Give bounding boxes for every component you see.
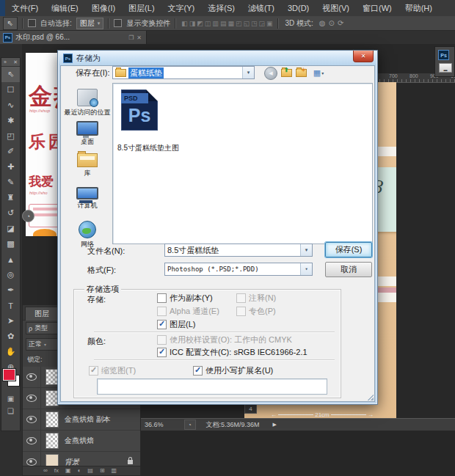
blur-tool[interactable]: ▲ — [1, 252, 20, 267]
proof-setup-checkbox: 使用校样设置(O): 工作中的 CMYK — [157, 334, 292, 345]
options-bar: ⇖ 自动选择: 图层 ▾ 显示变换控件 ◧◨◩◫▥▤▦◰◱◳◲▣ 3D 模式: … — [0, 16, 455, 31]
move-tool[interactable]: ⇖ — [1, 67, 20, 82]
path-selection-tool[interactable]: ➤ — [1, 313, 20, 329]
place-desktop[interactable]: 桌面 — [64, 121, 111, 145]
format-dropdown[interactable]: Photoshop (*.PSD;*.PDD) ▾ — [164, 263, 313, 276]
place-recent-places[interactable]: 最近访问的位置 — [64, 89, 111, 116]
menu-item[interactable]: 图像(I) — [85, 0, 122, 16]
hand-tool[interactable]: ✋ — [1, 344, 20, 359]
minimize-button[interactable]: ▬ — [439, 63, 452, 73]
place-computer[interactable]: 计算机 — [64, 187, 111, 209]
layer-effects-icon[interactable]: fx — [54, 466, 59, 475]
type-tool[interactable]: T — [1, 298, 20, 313]
auto-select-dropdown[interactable]: 图层 ▾ — [76, 18, 104, 29]
history-brush-tool[interactable]: ↺ — [1, 205, 20, 221]
visibility-toggle[interactable] — [23, 409, 41, 430]
gradient-tool[interactable]: ▩ — [1, 236, 20, 252]
crop-tool[interactable]: ◰ — [1, 128, 20, 144]
place-network[interactable]: 网络 — [64, 221, 111, 248]
file-name-label: 8.5寸蛋糕纸垫主图 — [112, 143, 185, 153]
place-label: 库 — [84, 169, 91, 177]
brush-tool[interactable]: ✎ — [1, 175, 20, 190]
collapse-panel-icon[interactable]: » — [4, 59, 7, 65]
chevron-down-icon[interactable]: ▾ — [300, 263, 312, 275]
move-tool-options-icon[interactable]: ⇖ — [3, 17, 18, 30]
menu-item[interactable]: 编辑(E) — [45, 0, 85, 16]
align-layers-icon: ◧ — [181, 20, 189, 27]
dodge-tool[interactable]: ◎ — [1, 267, 20, 282]
link-layers-icon[interactable]: ∞ — [43, 466, 48, 475]
eraser-tool[interactable]: ◪ — [1, 221, 20, 236]
layer-row[interactable]: 金燕烘焙 — [23, 431, 140, 452]
menu-item[interactable]: 图层(L) — [122, 0, 161, 16]
menu-item[interactable]: 文字(Y) — [161, 0, 202, 16]
visibility-toggle[interactable] — [23, 367, 41, 387]
adjustment-layer-icon[interactable]: ◐ — [78, 466, 81, 475]
show-transform-checkbox[interactable] — [114, 19, 122, 27]
layer-row[interactable]: 金燕烘焙 副本 — [23, 409, 140, 431]
delete-layer-icon[interactable]: ▥ — [112, 466, 117, 475]
close-button[interactable]: ✕ — [353, 51, 374, 62]
file-list[interactable]: PSD Ps 8.5寸蛋糕纸垫主图 — [112, 83, 373, 244]
chevron-down-icon[interactable]: ▾ — [242, 67, 254, 78]
menu-item[interactable]: 帮助(H) — [398, 0, 439, 16]
checkbox-box — [89, 366, 98, 376]
layers-panel-footer: ∞fx▣◐▤⊞▥ — [23, 466, 140, 475]
arrow-up-icon: ⬆ — [284, 67, 289, 73]
tab-layers[interactable]: 图层 — [25, 307, 59, 321]
zoom-level[interactable]: 36.6% — [145, 421, 164, 428]
filename-input[interactable]: 8.5寸蛋糕纸垫 ▾ — [164, 244, 313, 257]
cancel-button[interactable]: 取消 — [325, 262, 372, 277]
menu-item[interactable]: 滤镜(T) — [241, 0, 281, 16]
pen-tool[interactable]: ✒ — [1, 282, 20, 298]
auto-select-checkbox[interactable] — [28, 19, 36, 27]
layer-group-icon[interactable]: ▤ — [87, 466, 93, 475]
save-in-dropdown[interactable]: 蛋糕纸垫 ▾ — [112, 66, 255, 79]
dialog-title: 存储为 — [76, 53, 101, 64]
custom-shape-tool[interactable]: ✿ — [1, 329, 20, 344]
quick-mask-icon[interactable]: ▣ — [1, 392, 20, 405]
status-options-arrow-icon[interactable]: ▶ — [273, 422, 277, 428]
restore-window-icon[interactable]: ❐ — [127, 34, 135, 41]
clone-stamp-tool[interactable]: ♜ — [1, 190, 20, 205]
chevron-down-icon[interactable]: ▾ — [300, 244, 312, 256]
screen-mode-icon[interactable]: ❏ — [1, 405, 20, 417]
menu-item[interactable]: 选择(S) — [201, 0, 241, 16]
layers-checkbox[interactable]: 图层(L) — [157, 319, 195, 329]
place-libraries[interactable]: 库 — [64, 153, 111, 177]
dialog-title-bar[interactable]: Ps 存储为 — [59, 51, 376, 65]
checkbox-box[interactable] — [157, 348, 167, 357]
healing-brush-tool[interactable]: ✚ — [1, 159, 20, 175]
close-window-icon[interactable]: ✕ — [135, 34, 143, 41]
views-menu-button[interactable]: ▦ ▾ — [309, 67, 328, 79]
visibility-toggle[interactable] — [23, 388, 41, 409]
magic-wand-tool[interactable]: ✱ — [1, 113, 20, 128]
new-layer-icon[interactable]: ⊞ — [100, 466, 105, 475]
menu-item[interactable]: 文件(F) — [5, 0, 45, 16]
lasso-tool[interactable]: ∿ — [1, 98, 20, 113]
close-panel-icon[interactable]: ✕ — [13, 59, 18, 65]
psd-file-item[interactable]: PSD Ps 8.5寸蛋糕纸垫主图 — [121, 89, 158, 131]
icc-profile-checkbox[interactable]: ICC 配置文件(C): sRGB IEC61966-2.1 — [157, 347, 307, 357]
3d-mode-icon: ◍ — [318, 19, 327, 27]
arrow-left-icon: ← — [271, 411, 277, 418]
lowercase-extension-checkbox[interactable]: 使用小写扩展名(U) — [193, 365, 273, 376]
checkbox-box[interactable] — [157, 293, 167, 303]
resize-grip[interactable] — [368, 395, 374, 400]
eyedropper-tool[interactable]: ✐ — [1, 144, 20, 159]
save-button[interactable]: 保存(S) — [325, 242, 372, 257]
layer-mask-icon[interactable]: ▣ — [65, 466, 71, 475]
rect-marquee-tool[interactable]: ☐ — [1, 82, 20, 98]
as-copy-checkbox[interactable]: 作为副本(Y) — [157, 293, 213, 303]
menu-item[interactable]: 窗口(W) — [356, 0, 398, 16]
new-folder-button[interactable]: ✶ — [294, 67, 307, 79]
visibility-toggle[interactable] — [23, 431, 41, 451]
back-button[interactable]: ◀ — [264, 67, 277, 79]
checkbox-box[interactable] — [193, 366, 203, 376]
menu-item[interactable]: 3D(D) — [281, 0, 316, 16]
foreground-color-swatch[interactable] — [3, 369, 15, 381]
document-tab[interactable]: Ps 水印.psd @ 66... ❐ ✕ — [0, 31, 147, 44]
checkbox-box[interactable] — [157, 320, 167, 329]
up-one-level-button[interactable]: ⬆ — [280, 67, 293, 79]
menu-item[interactable]: 视图(V) — [316, 0, 356, 16]
